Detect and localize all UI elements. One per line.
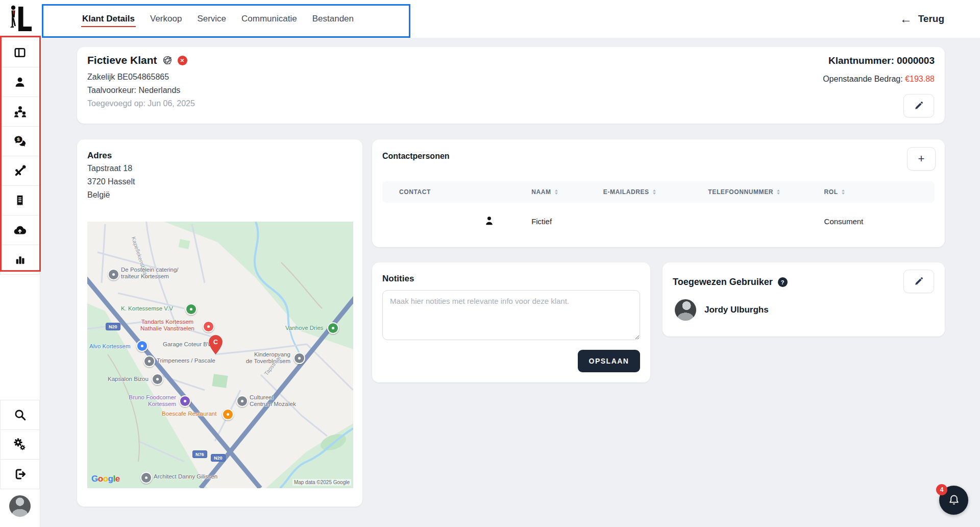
bell-icon — [947, 494, 961, 507]
sidebar-item-dashboard[interactable] — [0, 37, 40, 67]
customer-added-date: Toegevoegd op: Jun 06, 2025 — [87, 99, 195, 108]
poi-icon-cultureel — [236, 395, 248, 407]
poi-icon-kapsalon — [152, 373, 163, 385]
assigned-user-avatar — [675, 299, 696, 321]
contact-naam: Fictief — [531, 217, 603, 226]
location-marker[interactable]: C — [209, 335, 223, 354]
sidebar-item-invoices[interactable] — [0, 185, 40, 215]
logo-icon — [8, 4, 34, 34]
save-notes-button[interactable]: OPSLAAN — [578, 350, 640, 372]
question-icon: ? — [781, 279, 785, 285]
user-avatar[interactable] — [9, 495, 31, 517]
road-shield-n20: N20 — [106, 323, 120, 330]
sidebar-item-cloud-upload[interactable] — [0, 215, 40, 245]
customer-type: Zakelijk BE054865865 — [87, 73, 169, 82]
back-arrow-icon: ← — [900, 13, 912, 25]
sort-icon — [555, 189, 558, 195]
contact-rol: Consument — [824, 217, 935, 226]
logout-icon — [13, 467, 27, 481]
sidebar-item-customers[interactable] — [0, 67, 40, 97]
edit-assigned-user-button[interactable] — [903, 270, 934, 293]
page: Klant Details Verkoop Service Communicat… — [0, 0, 980, 527]
column-emailadres[interactable]: E-MAILADRES — [603, 188, 708, 196]
map-base-layer — [87, 222, 353, 488]
road-shield-n20-b: N20 — [211, 454, 226, 462]
poi-label-trimpeneers: Trimpeneers / Pascale — [157, 357, 215, 364]
column-rol[interactable]: ROL — [824, 188, 935, 196]
assigned-user-card: Toegewezen Gebruiker ? Jordy Ulburghs — [663, 262, 945, 337]
bar-chart-icon — [14, 253, 27, 266]
poi-label-kortessemse: K. Kortessemse V.V — [121, 305, 173, 312]
contact-table-row[interactable]: Fictief Consument — [382, 203, 935, 240]
google-map[interactable]: Kapellekensbaan De Postelein catering/tr… — [87, 222, 353, 488]
sidebar-item-team[interactable] — [0, 97, 40, 127]
sidebar-item-search[interactable] — [0, 400, 40, 430]
sort-icon — [777, 189, 780, 195]
poi-label-postelein: De Postelein catering/traiteur Kortessem — [121, 267, 179, 280]
sort-icon — [653, 189, 656, 195]
sidebar: $ — [0, 38, 40, 527]
street-label-tapstraat: Tapstraat — [263, 354, 282, 376]
address-street: Tapstraat 18 — [87, 164, 132, 173]
outstanding-label: Openstaande Bedrag: — [823, 75, 903, 83]
tab-communicatie[interactable]: Communicatie — [240, 11, 298, 27]
sidebar-item-tools[interactable] — [0, 156, 40, 186]
sidebar-item-statistics[interactable] — [0, 245, 40, 275]
sort-icon — [842, 189, 845, 195]
pencil-icon — [914, 276, 924, 286]
contact-person-icon — [483, 215, 495, 227]
poi-label-architect: Architect Danny Gilissen — [154, 473, 217, 480]
edit-customer-button[interactable] — [903, 94, 934, 117]
column-telefoonnummer[interactable]: TELEFOONNUMMER — [708, 188, 824, 196]
top-bar: Klant Details Verkoop Service Communicat… — [0, 0, 980, 38]
app-logo[interactable] — [8, 4, 34, 34]
street-label-kapellekensbaan: Kapellekensbaan — [130, 236, 150, 279]
customer-header-card: Fictieve Klant ✕ Zakelijk BE054865865 Ta… — [77, 47, 945, 124]
poi-icon-boescafe — [222, 409, 234, 420]
poi-label-kapsalon: Kapsalon Bizou — [108, 376, 149, 382]
assigned-user-name: Jordy Ulburghs — [704, 305, 769, 315]
assigned-user-title: Toegewezen Gebruiker — [673, 277, 773, 288]
sidebar-item-sales-chat[interactable]: $ — [0, 126, 40, 156]
help-button[interactable]: ? — [778, 277, 788, 287]
tab-bestanden[interactable]: Bestanden — [311, 11, 355, 27]
sidebar-item-logout[interactable] — [0, 459, 40, 489]
map-pin-icon: C — [209, 335, 223, 354]
sidebar-item-settings[interactable] — [0, 429, 40, 460]
plus-icon: + — [918, 152, 925, 165]
customer-number: Klantnummer: 0000003 — [828, 55, 935, 66]
notifications-button[interactable]: 4 — [939, 486, 968, 515]
poi-label-alvo: Alvo Kortessem — [89, 343, 131, 350]
gears-icon — [13, 438, 27, 452]
tab-bar: Klant Details Verkoop Service Communicat… — [81, 0, 355, 38]
close-icon: ✕ — [180, 58, 184, 63]
team-icon — [13, 105, 27, 118]
cloud-upload-icon — [13, 223, 27, 237]
poi-icon-kortessemse — [185, 303, 197, 315]
poi-label-garage: Garage Coteur BV — [163, 341, 211, 348]
notification-count-badge: 4 — [936, 484, 947, 495]
tab-service[interactable]: Service — [196, 11, 227, 27]
dashboard-icon — [13, 46, 27, 59]
tab-verkoop[interactable]: Verkoop — [149, 11, 183, 27]
poi-icon-tandarts — [203, 321, 214, 332]
add-contact-button[interactable]: + — [907, 147, 936, 171]
notes-card: Notities OPSLAAN — [372, 262, 650, 382]
network-globe-icon[interactable] — [162, 55, 173, 66]
assigned-user-row: Jordy Ulburghs — [675, 299, 769, 321]
contacts-card: Contactpersonen + CONTACT NAAM E-MAILADR… — [372, 139, 945, 247]
column-contact: CONTACT — [382, 188, 531, 196]
search-icon — [13, 408, 27, 422]
address-title: Adres — [87, 151, 112, 161]
contacts-table-header: CONTACT NAAM E-MAILADRES TELEFOONNUMMER … — [382, 181, 935, 203]
contact-cell — [382, 215, 531, 228]
column-naam[interactable]: NAAM — [531, 188, 603, 196]
customer-icon — [13, 76, 27, 89]
svg-text:$: $ — [17, 136, 20, 142]
notes-textarea[interactable] — [382, 290, 640, 340]
contacts-title: Contactpersonen — [382, 152, 450, 161]
receipt-icon — [13, 194, 27, 207]
tab-klant-details[interactable]: Klant Details — [81, 11, 136, 27]
remove-tag-button[interactable]: ✕ — [178, 56, 187, 65]
back-button[interactable]: ← Terug — [900, 0, 944, 38]
